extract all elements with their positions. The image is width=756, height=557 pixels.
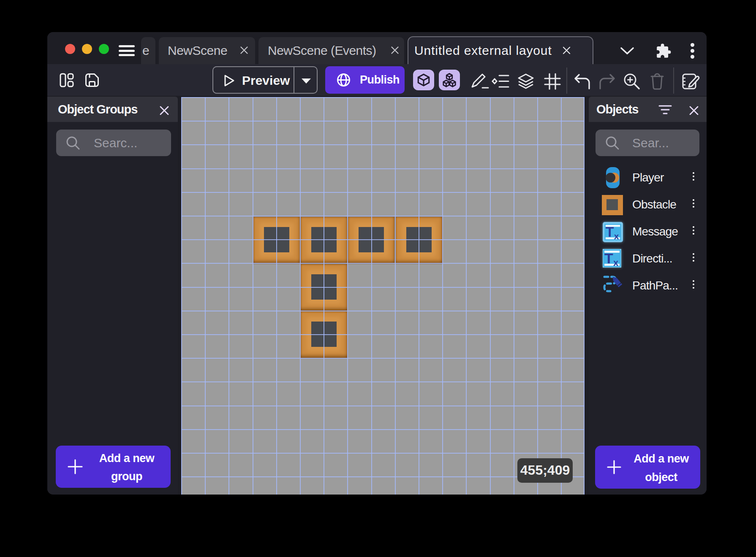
svg-text:T: T — [606, 224, 614, 240]
svg-text:x: x — [613, 257, 619, 268]
svg-text:T: T — [604, 250, 613, 266]
svg-text:x: x — [614, 231, 619, 241]
